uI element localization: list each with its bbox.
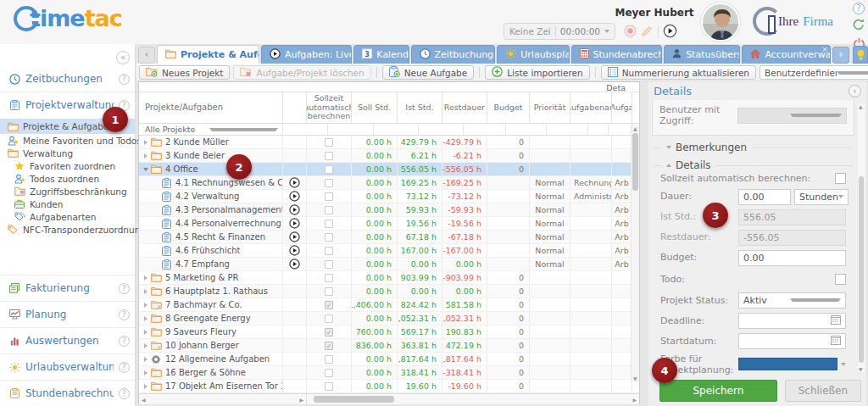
user-name[interactable]: Meyer Hubert (612, 7, 697, 19)
sidebar-item-kunden[interactable]: Kunden (0, 197, 135, 210)
sidebar-item-planung[interactable]: Planung? (0, 301, 135, 327)
stop-recording-icon[interactable] (624, 25, 637, 40)
chevron-right-icon[interactable] (142, 370, 150, 375)
dauer-unit-select[interactable]: Stunden (794, 189, 849, 205)
scroll-left-icon[interactable]: ◀ (142, 397, 146, 403)
tabs-scroll-right-icon[interactable]: › (832, 47, 849, 64)
auto-calc-checkbox[interactable] (325, 369, 333, 377)
scroll-up-icon[interactable]: ▲ (633, 125, 637, 131)
scroll-down-icon[interactable]: ▼ (859, 366, 863, 372)
auto-calc-checkbox[interactable] (325, 355, 333, 364)
speichern-button[interactable]: Speichern (659, 380, 777, 402)
access-select[interactable] (737, 108, 847, 124)
table-row[interactable]: 4.6 Frühschicht0.00 h167.00 h-167.00 hNo… (139, 244, 639, 258)
start-task-play-button[interactable] (289, 231, 300, 242)
scroll-up-icon[interactable]: ▲ (859, 103, 863, 109)
column-header-ist-std[interactable]: Ist Std. (398, 92, 442, 123)
sidebar-collapse-icon[interactable]: « (116, 51, 130, 64)
table-row[interactable]: 4.7 Empfang0.00 h0.00 h0.00 hNormalArb (139, 258, 639, 271)
start-task-play-button[interactable] (289, 204, 300, 215)
sidebar-item-stundenabrechnung[interactable]: Stundenabrechnung? (0, 380, 135, 406)
start-task-play-button[interactable] (289, 191, 300, 202)
calendar-icon[interactable] (831, 335, 841, 348)
auto-calc-checkbox[interactable] (325, 206, 333, 214)
start-task-play-button[interactable] (289, 245, 300, 256)
help-icon[interactable]: ? (119, 309, 130, 320)
auto-calc-checkbox[interactable] (325, 247, 333, 255)
column-header-budget[interactable]: Budget (487, 92, 530, 123)
tab-urlaubsplaner[interactable]: Urlaubsplaner (497, 45, 569, 64)
chevron-right-icon[interactable] (142, 343, 150, 348)
time-tracking-bar[interactable]: Keine Zeitbuchun... 00:00:00 (504, 23, 615, 40)
auto-calc-checkbox[interactable]: ✓ (325, 328, 333, 336)
column-header-priorität[interactable]: Priorität (530, 92, 570, 123)
column-header-soll-std[interactable]: Soll Std. (352, 92, 398, 123)
auto-calc-checkbox[interactable] (325, 192, 333, 201)
details-scrollbar[interactable]: ▲ ▼ (858, 103, 865, 372)
user-avatar[interactable] (701, 3, 740, 42)
auto-calc-checkbox[interactable] (325, 233, 333, 242)
help-icon[interactable]: ? (119, 388, 130, 399)
table-row[interactable]: 7 Bachmayr & Co.✓1,406.00 h824.42 h581.5… (139, 298, 639, 312)
view-dropdown[interactable]: Benutzerdefinierte Eigenschaften, F (760, 65, 868, 80)
auto-calc-checkbox[interactable] (325, 314, 333, 323)
refresh-icon[interactable] (852, 18, 865, 34)
sidebar-item-aufgabenarten[interactable]: Aufgabenarten (0, 210, 135, 223)
table-row[interactable]: 5 Marketing & PR0.00 h903.99 h-903.99 h0 (139, 271, 639, 285)
auto-calc-checkbox[interactable] (325, 274, 333, 282)
help-icon[interactable]: ? (119, 362, 130, 373)
start-timer-button[interactable] (663, 24, 677, 41)
table-row[interactable]: 4 Office0.00 h556.05 h-556.05 h0 (139, 163, 639, 176)
schliessen-button[interactable]: Schließen (785, 380, 861, 402)
data-hscrollbar[interactable]: ▶ (307, 394, 639, 404)
color-swatch[interactable] (738, 358, 837, 370)
chevron-down-icon[interactable] (841, 363, 846, 366)
grid-vertical-scrollbar[interactable]: ▲ ▼ (631, 125, 639, 382)
scroll-right-icon[interactable]: ▶ (632, 397, 637, 403)
column-header-restdauer[interactable]: Restdauer (442, 92, 487, 123)
toolbar-neue-aufgabe-button[interactable]: Neue Aufgabe (382, 65, 475, 80)
sidebar-item-verwaltung[interactable]: Verwaltung (0, 147, 135, 159)
table-row[interactable]: 4.4 Personalverrechnung0.00 h19.56 h-19.… (139, 217, 639, 231)
auto-calc-checkbox[interactable] (325, 287, 333, 296)
edit-booking-icon[interactable] (641, 25, 654, 40)
sidebar-item-nfc-transponderzuordnung[interactable]: NFC-Transponderzuordnung (0, 223, 135, 236)
chevron-right-icon[interactable] (142, 316, 150, 321)
panel-collapse-icon[interactable]: › (849, 85, 861, 97)
auto-calc-checkbox[interactable]: ✓ (325, 301, 333, 309)
projekt-status-select[interactable]: Aktiv (738, 292, 846, 309)
sidebar-item-favoriten-zuordnen[interactable]: Favoriten zuordnen (0, 159, 135, 172)
table-row[interactable]: 12 Allgemeine Aufgaben0.00 h22,817.64 h-… (139, 353, 639, 366)
sidebar-item-todos-zuordnen[interactable]: Todos zuordnen (0, 172, 135, 185)
column-header-projekte-aufgaben[interactable]: Projekte/Aufgaben (139, 92, 283, 123)
table-row[interactable]: 4.3 Personalmanagement0.00 h59.93 h-59.9… (139, 203, 639, 217)
table-row[interactable]: 8 Greengate Energy0.00 h1,052.31 h-1,052… (139, 312, 639, 325)
chevron-right-icon[interactable] (142, 330, 150, 335)
table-row[interactable]: 9 Saveurs Fleury✓760.00 h569.17 h190.83 … (139, 325, 639, 339)
help-icon[interactable]: ? (119, 74, 130, 85)
auto-calc-checkbox[interactable] (835, 173, 846, 184)
tab-accountverwaltung[interactable]: Accountverwaltung× (742, 45, 831, 64)
auto-calc-checkbox[interactable] (325, 179, 333, 187)
auto-calc-checkbox[interactable] (325, 138, 333, 147)
lightbulb-button[interactable] (853, 46, 868, 64)
deadline-input[interactable] (738, 313, 846, 329)
help-icon[interactable]: ? (119, 336, 130, 347)
table-row[interactable]: 16 Berger & Söhne0.00 h318.41 h-318.41 h… (139, 366, 639, 380)
scroll-right-icon[interactable]: ▶ (299, 397, 303, 403)
auto-calc-checkbox[interactable]: ✓ (325, 342, 333, 350)
tab-aufgaben-livestart[interactable]: Aufgaben: LiveStart (261, 45, 352, 64)
chevron-right-icon[interactable] (142, 140, 150, 145)
sidebar-item-zugriffsbeschränkung[interactable]: Zugriffsbeschränkung (0, 185, 135, 197)
sidebar-item-urlaubsverwaltung[interactable]: Urlaubsverwaltung? (0, 353, 135, 380)
section-bemerkungen[interactable]: Bemerkungen (654, 142, 853, 153)
table-row[interactable]: 3 Kunde Beier0.00 h6.21 h-6.21 h0 (139, 149, 639, 163)
todo-checkbox[interactable] (835, 274, 846, 285)
sidebar-item-auswertungen[interactable]: Auswertungen? (0, 327, 135, 353)
chevron-down-icon[interactable] (142, 168, 150, 171)
chevron-right-icon[interactable] (142, 357, 150, 362)
auto-calc-checkbox[interactable] (325, 165, 333, 174)
tab-statusübersicht[interactable]: Statusübersicht (664, 45, 740, 64)
table-row[interactable]: 4.1 Rechnungswesen & Controlling0.00 h16… (139, 176, 639, 190)
table-row[interactable]: 10 Johann Berger✓836.00 h363.81 h472.19 … (139, 339, 639, 353)
